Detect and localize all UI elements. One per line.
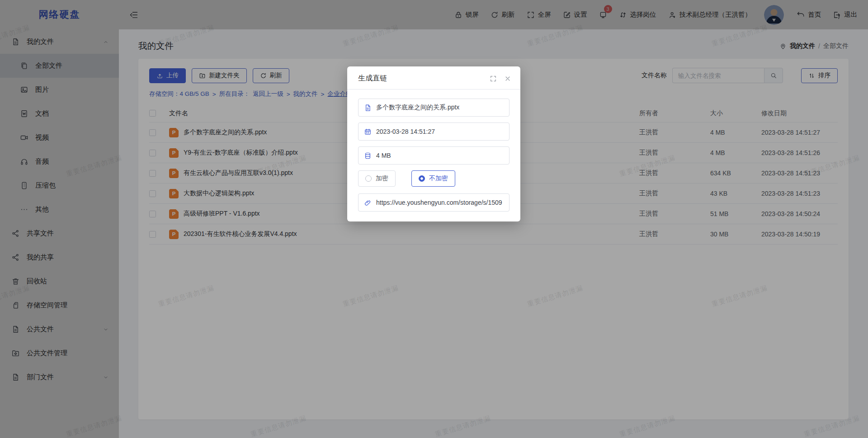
direct-link-value: https://vue.youshengyun.com/storage/s/15… [376, 199, 502, 206]
file-name-field: 多个数字底座之间的关系.pptx [358, 99, 509, 117]
generate-link-modal: 生成直链 多个数字底座之间的关系.pptx 2023-03-28 14:51:2… [347, 66, 520, 221]
encryption-options: 加密 不加密 [358, 170, 509, 187]
modal-header-icons [490, 75, 511, 82]
app-layout: 网络硬盘 我的文件全部文件图片文档视频音频压缩包其他共享文件我的共享回收站存储空… [0, 0, 868, 438]
no-encrypt-label: 不加密 [429, 174, 448, 183]
modal-fullscreen-icon[interactable] [490, 75, 497, 82]
modal-close-icon[interactable] [504, 75, 511, 82]
modal-header: 生成直链 [347, 66, 520, 89]
file-name-value: 多个数字底座之间的关系.pptx [376, 104, 459, 112]
sidebar-dim-overlay [0, 0, 119, 438]
modal-title: 生成直链 [358, 74, 387, 83]
modified-date-field: 2023-03-28 14:51:27 [358, 122, 509, 141]
direct-link-field[interactable]: https://vue.youshengyun.com/storage/s/15… [358, 193, 509, 212]
file-size-field: 4 MB [358, 146, 509, 165]
modal-body: 多个数字底座之间的关系.pptx 2023-03-28 14:51:27 4 M… [347, 89, 520, 221]
encrypt-label: 加密 [376, 174, 388, 183]
radio-unselected-icon [365, 175, 372, 182]
radio-selected-icon [419, 175, 425, 182]
database-icon [364, 152, 372, 160]
encrypt-option[interactable]: 加密 [358, 170, 396, 187]
modified-date-value: 2023-03-28 14:51:27 [376, 128, 435, 135]
calendar-icon [364, 128, 372, 136]
paperclip-icon [364, 199, 372, 207]
topbar-dim-overlay [119, 0, 868, 29]
file-size-value: 4 MB [376, 152, 391, 159]
no-encrypt-option[interactable]: 不加密 [411, 170, 455, 187]
document-icon [364, 104, 372, 112]
